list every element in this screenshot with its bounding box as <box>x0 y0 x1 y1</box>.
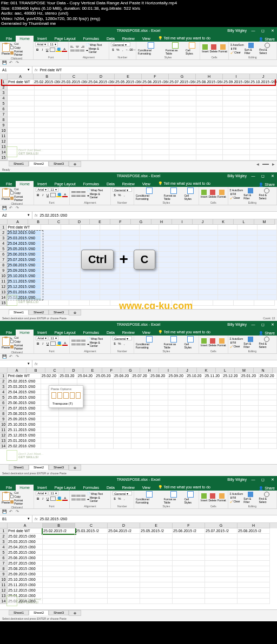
tab-insert[interactable]: Insert <box>34 36 51 42</box>
tab-data[interactable]: Data <box>103 36 118 42</box>
sheet-tab-2[interactable]: Sheet2 <box>29 161 49 166</box>
paste-formatting-icon[interactable] <box>76 392 81 399</box>
merge-center-button[interactable]: ⬌ Merge & Center <box>86 47 107 53</box>
format-as-table-button[interactable]: Format as Table <box>166 42 184 55</box>
grid-area-2[interactable]: Ctrl + C www.cg-ku.com ABCDEFGHIJKLM 1Pm… <box>0 219 277 309</box>
clear-button[interactable]: 🧹 Clear <box>230 51 244 54</box>
undo-icon[interactable]: ↶ <box>9 61 13 65</box>
copy-icon <box>10 46 14 49</box>
insert-cells-button[interactable]: Insert <box>202 44 209 53</box>
paste-options-header: Paste Options: <box>50 387 82 391</box>
copy-button[interactable]: Copy <box>10 46 31 49</box>
find-select-button[interactable]: Find & Select <box>259 43 275 55</box>
cut-button[interactable]: Cut <box>10 42 31 45</box>
excel-window-4: TRANSPOSE.xlsx - ExcelBilly Wigley—◻✕ Fi… <box>0 476 277 621</box>
title-bar: TRANSPOSE.xlsx - Excel Billy Wigley — ◻ … <box>0 27 277 35</box>
percent-button[interactable]: % <box>116 48 120 52</box>
excel-window-3: TRANSPOSE.xlsx - ExcelBilly Wigley—◻✕ Fi… <box>0 321 277 476</box>
paste-formulas-icon[interactable] <box>63 392 68 399</box>
tab-file[interactable]: File <box>2 36 16 42</box>
excel-window-2: TRANSPOSE.xlsx - ExcelBilly Wigley—◻✕ Fi… <box>0 172 277 321</box>
wrap-text-button[interactable]: 📄 Wrap Text <box>86 43 107 46</box>
c-key: C <box>134 250 155 270</box>
ribbon: PasteCutCopyFormat PainterClipboard Aria… <box>0 42 277 60</box>
skills-watermark: Don't Just Meet...GET SKILLS! <box>6 146 44 157</box>
menu-bar: File Home Insert Page Layout Formulas Da… <box>0 35 277 42</box>
underline-button[interactable]: U <box>45 48 49 52</box>
currency-button[interactable]: $ <box>111 48 115 52</box>
excel-window-1: TRANSPOSE.xlsx - Excel Billy Wigley — ◻ … <box>0 27 277 172</box>
format-painter-button[interactable]: Format Painter <box>10 50 31 56</box>
paste-options-popup: Paste Options: Transpose (T) <box>49 385 83 408</box>
brush-icon <box>10 51 14 55</box>
cg-watermark: www.cg-ku.com <box>119 300 193 309</box>
cell-styles-button[interactable]: Cell Styles <box>186 42 198 55</box>
vidinfo-audio: Audio: aac, 48000 Hz, stereo (und) <box>1 11 276 16</box>
bold-button[interactable]: B <box>35 48 39 52</box>
fx-icon[interactable]: fx <box>35 68 37 72</box>
grid-area-3[interactable]: Paste Options: Transpose (T) ABCDEFGHIJK… <box>0 368 277 464</box>
sheet-tab-1[interactable]: Sheet1 <box>9 161 29 166</box>
tab-home[interactable]: Home <box>16 36 34 42</box>
paste-transpose-icon[interactable] <box>70 392 75 399</box>
user-name: Billy Wigley <box>227 29 247 32</box>
plus-icon: + <box>119 251 128 268</box>
formula-input[interactable]: Pmt date WT <box>39 68 277 72</box>
font-name-select[interactable]: Arial▾ <box>35 42 48 46</box>
share-button[interactable]: 👤 Share <box>259 37 275 42</box>
vidinfo-size: Size: 6398406 bytes (6.10 MiB), duration… <box>1 6 276 11</box>
sheet-tabs: Sheet1 Sheet2 Sheet3 ⊕ ◀▬▬▶ <box>0 160 277 167</box>
paste-button[interactable]: Paste <box>2 43 10 55</box>
quick-access-toolbar: 💾 ↶ ↷ <box>0 60 277 66</box>
keyboard-overlay: Ctrl + C <box>81 250 155 270</box>
vidinfo-file: File: 001 TRANSPOSE Your Data - Copy Ver… <box>1 1 276 6</box>
delete-cells-button[interactable]: Delete <box>210 44 217 53</box>
close-button[interactable]: ✕ <box>269 29 276 33</box>
minimize-button[interactable]: — <box>250 29 256 32</box>
tell-me[interactable]: 💡 Tell me what you want to do <box>154 35 214 42</box>
status-bar: Ready <box>0 167 277 172</box>
grid-area[interactable]: ABCDEFGHIJ 1Pmt date WT25.02.2015 /26025… <box>0 74 277 160</box>
vidinfo-gen: Generated by Thumbnail me <box>1 21 276 26</box>
maximize-button[interactable]: ◻ <box>260 29 266 33</box>
format-cells-button[interactable]: Format <box>219 44 227 53</box>
save-icon[interactable]: 💾 <box>2 61 6 65</box>
autosum-button[interactable]: Σ AutoSum <box>230 43 244 46</box>
ctrl-key: Ctrl <box>81 250 114 270</box>
sort-filter-button[interactable]: Sort & Filter <box>245 43 259 55</box>
decrease-decimal-button[interactable]: .0→ <box>130 48 135 52</box>
tab-formulas[interactable]: Formulas <box>80 36 103 42</box>
new-sheet-button[interactable]: ⊕ <box>69 161 81 167</box>
tab-view[interactable]: View <box>138 36 154 42</box>
increase-decimal-button[interactable]: ←.0 <box>126 48 130 52</box>
italic-button[interactable]: I <box>40 48 44 52</box>
cell-A1[interactable]: Pmt date WT <box>8 79 34 85</box>
name-box[interactable]: A1▾ <box>0 66 32 73</box>
font-size-select[interactable]: 11▾ <box>48 42 58 46</box>
tab-review[interactable]: Review <box>118 36 138 42</box>
fill-color-button[interactable]: 🪣 <box>56 48 61 52</box>
video-info: File: 001 TRANSPOSE Your Data - Copy Ver… <box>0 0 277 27</box>
paste-option-icon[interactable] <box>51 392 56 399</box>
conditional-formatting-button[interactable]: Conditional Formatting <box>138 42 164 55</box>
window-title: TRANSPOSE.xlsx - Excel <box>117 29 161 32</box>
transpose-tooltip: Transpose (T) <box>50 401 82 406</box>
sheet-tab-3[interactable]: Sheet3 <box>49 161 69 166</box>
grid-area-4[interactable]: ABCDEFGH 1Pmt date WT25.02.2015 /225.03.… <box>0 523 277 609</box>
paste-values-icon[interactable] <box>57 392 62 399</box>
cut-icon <box>10 42 14 45</box>
alignment-buttons[interactable] <box>70 45 84 52</box>
comma-button[interactable]: , <box>121 48 125 52</box>
fill-button[interactable]: ⬇ Fill <box>230 47 244 50</box>
vidinfo-video: Video: h264, yuv420p, 1280x720, 30.00 fp… <box>1 16 276 22</box>
font-color-button[interactable]: A <box>62 48 67 52</box>
border-button[interactable] <box>50 48 55 52</box>
number-format-select[interactable]: General ▾ <box>111 42 130 46</box>
redo-icon[interactable]: ↷ <box>15 61 19 65</box>
status-count: Count: 13 <box>263 317 275 320</box>
formula-bar: A1▾ fxPmt date WT <box>0 66 277 74</box>
tab-page-layout[interactable]: Page Layout <box>50 36 79 42</box>
